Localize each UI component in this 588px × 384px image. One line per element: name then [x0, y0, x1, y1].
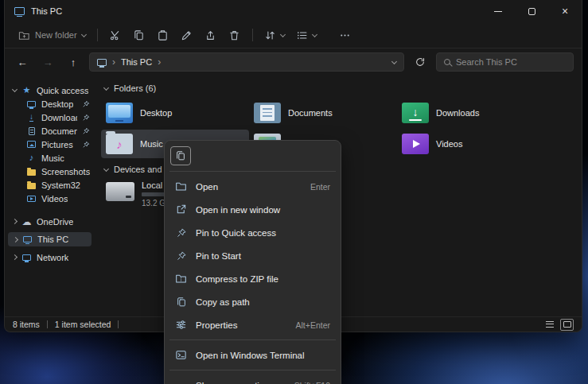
window-title: This PC: [31, 6, 62, 16]
search-input[interactable]: [456, 57, 566, 67]
folder-tile-videos[interactable]: Videos: [397, 130, 545, 158]
video-icon: [26, 193, 37, 204]
sidebar-item-pictures[interactable]: Pictures: [5, 138, 95, 151]
view-options-icon: [296, 29, 308, 41]
folder-icon: [26, 166, 37, 176]
share-button[interactable]: [199, 25, 223, 45]
menu-item-label: Copy as path: [196, 297, 250, 307]
document-icon: [26, 126, 37, 136]
view-switcher: [543, 319, 574, 331]
chevron-right-icon: ›: [112, 56, 115, 68]
context-menu-item-pin-to-quick-access[interactable]: Pin to Quick access: [168, 221, 337, 244]
context-menu-item-copy-as-path[interactable]: Copy as path: [168, 290, 337, 313]
thumbnail-view-button[interactable]: [560, 319, 574, 331]
close-icon: ×: [562, 6, 568, 17]
context-menu-item-open[interactable]: Open Enter: [168, 175, 337, 198]
pin-icon: [175, 250, 187, 262]
menu-divider: [169, 370, 336, 370]
pin-icon: [175, 227, 187, 239]
new-folder-icon: [18, 29, 30, 41]
sidebar-item-music[interactable]: ♪ Music: [5, 151, 95, 165]
context-menu-item-properties[interactable]: Properties Alt+Enter: [168, 313, 337, 336]
sidebar-item-label: Quick access: [37, 86, 88, 95]
delete-button[interactable]: [223, 25, 247, 45]
up-button[interactable]: ↑: [64, 52, 83, 72]
folder-tile-label: Music: [140, 139, 163, 149]
more-options-button[interactable]: [333, 25, 357, 45]
sidebar-spacer: [5, 205, 95, 215]
cut-button[interactable]: [103, 25, 127, 45]
address-dropdown-icon[interactable]: [391, 58, 397, 64]
sidebar-item-onedrive[interactable]: ☁ OneDrive: [5, 215, 95, 228]
delete-icon: [228, 29, 240, 41]
sort-button[interactable]: [259, 26, 290, 45]
toolbar-divider: [252, 29, 253, 41]
chevron-down-icon: [280, 31, 286, 37]
sidebar-item-downloads[interactable]: ↓ Downloads: [5, 111, 95, 124]
rename-icon: [181, 29, 193, 41]
sidebar-item-videos[interactable]: Videos: [5, 192, 95, 205]
pin-icon: [82, 141, 90, 149]
context-menu: Open Enter Open in new window Pin to Qui…: [164, 140, 341, 384]
folder-tile-desktop[interactable]: Desktop: [101, 99, 249, 127]
item-count: 8 items: [13, 320, 40, 329]
computer-icon: [22, 235, 33, 245]
title-bar: This PC ×: [5, 0, 582, 22]
folder-tile-label: Desktop: [140, 108, 172, 118]
open-icon: [175, 180, 187, 192]
details-view-icon: [546, 321, 554, 328]
new-folder-button[interactable]: New folder: [13, 26, 92, 45]
sidebar-item-system32[interactable]: System32: [5, 178, 95, 192]
address-bar[interactable]: › This PC ›: [89, 52, 404, 72]
context-menu-item-open-in-new-window[interactable]: Open in new window: [168, 198, 337, 221]
folder-tile-documents[interactable]: Documents: [249, 99, 397, 127]
rename-button[interactable]: [175, 25, 199, 45]
sidebar-item-label: Desktop: [41, 99, 73, 109]
sidebar-item-desktop[interactable]: Desktop: [5, 97, 95, 111]
close-button[interactable]: ×: [548, 0, 582, 22]
chevron-down-icon: [312, 31, 317, 37]
music-note-icon: ♪: [26, 153, 37, 163]
hard-drive-icon: [106, 182, 134, 201]
context-menu-item-show-more-options[interactable]: Show more options Shift+F10: [168, 374, 337, 384]
sidebar-item-label: Screenshots: [41, 167, 90, 176]
menu-item-label: Open: [196, 182, 218, 192]
view-options-button[interactable]: [290, 26, 322, 45]
minimize-button[interactable]: [481, 0, 515, 22]
chevron-down-icon: [103, 84, 109, 90]
folders-section-header[interactable]: Folders (6): [101, 83, 582, 93]
sidebar-item-documents[interactable]: Documents: [5, 124, 95, 138]
sidebar: ★ Quick access Desktop ↓ Downloads Docum…: [5, 76, 95, 316]
paste-button[interactable]: [151, 25, 175, 45]
context-menu-item-pin-to-start[interactable]: Pin to Start: [168, 244, 337, 267]
back-button[interactable]: ←: [13, 52, 32, 72]
folders-section-title: Folders (6): [114, 83, 156, 93]
breadcrumb[interactable]: This PC: [121, 57, 152, 67]
toolbar-divider: [97, 29, 98, 41]
music-folder-icon: [106, 134, 133, 154]
search-box[interactable]: [436, 52, 574, 72]
sidebar-item-quick-access[interactable]: ★ Quick access: [5, 83, 95, 97]
copy-button[interactable]: [170, 146, 191, 165]
cloud-icon: ☁: [21, 216, 32, 227]
app-icon: [14, 7, 25, 15]
sidebar-item-screenshots[interactable]: Screenshots: [5, 165, 95, 178]
details-view-button[interactable]: [543, 319, 556, 331]
context-menu-item-compress-to-zip[interactable]: Compress to ZIP file: [168, 267, 337, 290]
copy-button[interactable]: [127, 25, 151, 45]
maximize-button[interactable]: [515, 0, 548, 22]
desktop-folder-icon: [106, 103, 133, 123]
copy-icon: [133, 29, 145, 41]
menu-item-label: Open in new window: [196, 205, 280, 215]
sidebar-item-network[interactable]: Network: [5, 250, 95, 264]
folder-tile-label: Downloads: [436, 108, 479, 118]
sidebar-item-this-pc[interactable]: This PC: [8, 232, 92, 246]
up-icon: ↑: [71, 56, 76, 68]
selection-count: 1 item selected: [55, 320, 111, 329]
refresh-button[interactable]: [411, 52, 430, 72]
new-window-icon: [175, 204, 187, 215]
folder-tile-downloads[interactable]: Downloads: [397, 99, 545, 127]
forward-button[interactable]: →: [38, 52, 57, 72]
context-menu-item-open-in-windows-terminal[interactable]: Open in Windows Terminal: [168, 343, 337, 367]
paste-icon: [157, 29, 169, 41]
